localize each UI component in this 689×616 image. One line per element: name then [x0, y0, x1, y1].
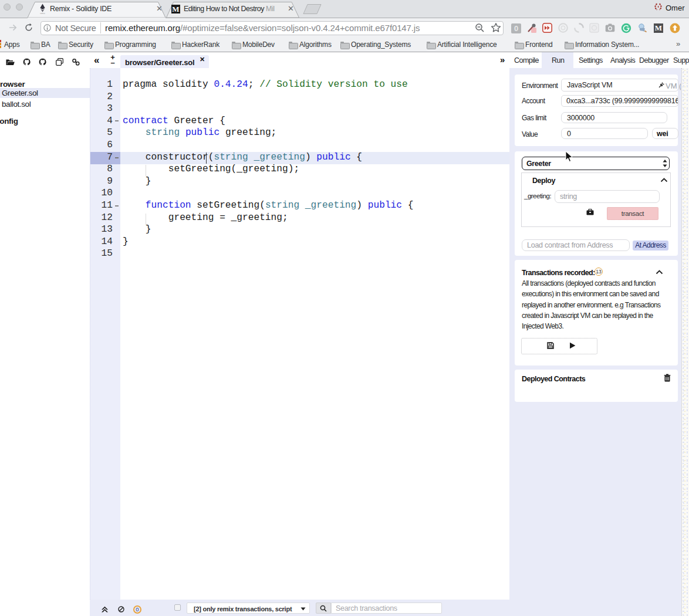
svg-text:remix: remix — [40, 12, 45, 14]
